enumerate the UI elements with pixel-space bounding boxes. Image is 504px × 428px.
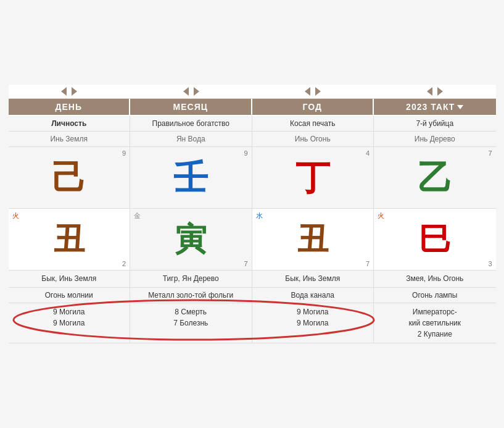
- header-month: МЕСЯЦ: [130, 99, 252, 115]
- stars-row: 9 Могила 9 Могила 8 Смерть 7 Болезнь 9 М…: [9, 303, 496, 343]
- personality-row: Личность Правильное богатство Косая печа…: [9, 116, 496, 132]
- day-prev-arrow[interactable]: [61, 87, 67, 96]
- stem-takt-num: 7: [488, 149, 492, 157]
- stars-takt: Императорс- кий светильник 2 Купание: [374, 303, 496, 343]
- nav-col-month[interactable]: [130, 87, 252, 96]
- branch-year-char: 丑: [297, 218, 329, 261]
- branch-takt-char: 巳: [419, 218, 451, 261]
- stars-month-l2: 7 Болезнь: [173, 319, 208, 327]
- branch-takt-icon: 火: [378, 211, 384, 220]
- branch-day-char: 丑: [53, 218, 85, 261]
- stem-year-num: 4: [366, 149, 370, 157]
- element-desc-row: Огонь молнии Металл золо-той фольги Вода…: [9, 288, 496, 303]
- animal-day: Бык, Инь Земля: [9, 271, 131, 287]
- personality-year: Косая печать: [252, 116, 374, 131]
- branches-row: 火 丑 2 金 寅 7 水 丑 7 火 巳 3: [9, 209, 496, 271]
- year-next-arrow[interactable]: [315, 87, 321, 96]
- stars-year-l1: 9 Могила: [297, 308, 329, 316]
- branch-year-icon: 水: [256, 211, 263, 220]
- header-day: ДЕНЬ: [9, 99, 131, 115]
- month-prev-arrow[interactable]: [183, 87, 189, 96]
- stars-takt-l2: кий светильник: [408, 319, 461, 327]
- elem-desc-year: Вода канала: [252, 288, 374, 303]
- branch-day-icon: 火: [12, 211, 19, 220]
- branch-takt-cell[interactable]: 火 巳 3: [374, 209, 496, 270]
- stems-row: 9 己 9 壬 4 丁 7 乙: [9, 147, 496, 209]
- stem-takt-cell[interactable]: 7 乙: [374, 147, 496, 208]
- branch-year-cell[interactable]: 水 丑 7: [252, 209, 374, 270]
- header-row: ДЕНЬ МЕСЯЦ ГОД 2023 ТАКТ: [9, 99, 496, 116]
- nav-col-takt[interactable]: [374, 87, 496, 96]
- month-next-arrow[interactable]: [194, 87, 199, 96]
- day-next-arrow[interactable]: [72, 87, 77, 96]
- stars-year-l2: 9 Могила: [297, 319, 329, 327]
- branch-month-num: 7: [244, 260, 247, 267]
- header-takt[interactable]: 2023 ТАКТ: [374, 99, 496, 115]
- takt-dropdown-icon[interactable]: [457, 105, 463, 109]
- branch-month-cell[interactable]: 金 寅 7: [130, 209, 252, 270]
- stem-year-char: 丁: [295, 161, 330, 195]
- branch-day-cell[interactable]: 火 丑 2: [9, 209, 131, 270]
- stars-month: 8 Смерть 7 Болезнь: [130, 303, 252, 343]
- element-month: Ян Вода: [130, 132, 252, 146]
- stem-takt-char: 乙: [418, 161, 452, 195]
- nav-col-day[interactable]: [9, 87, 131, 96]
- animal-takt: Змея, Инь Огонь: [374, 271, 496, 287]
- animals-row: Бык, Инь Земля Тигр, Ян Дерево Бык, Инь …: [9, 271, 496, 288]
- year-prev-arrow[interactable]: [305, 87, 310, 96]
- header-year: ГОД: [252, 99, 374, 115]
- animal-year: Бык, Инь Земля: [252, 271, 374, 287]
- stars-day-l2: 9 Могила: [53, 319, 85, 327]
- stem-month-cell[interactable]: 9 壬: [130, 147, 252, 208]
- takt-next-arrow[interactable]: [437, 87, 443, 96]
- element-year: Инь Огонь: [252, 132, 374, 146]
- stem-day-num: 9: [122, 149, 126, 157]
- branch-month-icon: 金: [134, 211, 141, 220]
- branch-takt-num: 3: [488, 260, 492, 267]
- nav-row: [9, 85, 496, 99]
- elem-desc-month: Металл золо-той фольги: [130, 288, 252, 303]
- elem-desc-day: Огонь молнии: [9, 288, 131, 303]
- stars-year: 9 Могила 9 Могила: [252, 303, 374, 343]
- personality-day: Личность: [9, 116, 131, 131]
- takt-label: 2023 ТАКТ: [406, 102, 455, 112]
- element-takt: Инь Дерево: [374, 132, 496, 146]
- stem-month-char: 壬: [173, 161, 208, 195]
- stem-year-cell[interactable]: 4 丁: [252, 147, 374, 208]
- nav-col-year[interactable]: [252, 87, 374, 96]
- animal-month: Тигр, Ян Дерево: [130, 271, 252, 287]
- main-container: ДЕНЬ МЕСЯЦ ГОД 2023 ТАКТ Личность Правил…: [9, 85, 496, 343]
- stars-month-l1: 8 Смерть: [175, 308, 207, 316]
- branch-day-num: 2: [122, 260, 126, 267]
- elem-desc-takt: Огонь лампы: [374, 288, 496, 303]
- branch-month-char: 寅: [175, 218, 207, 261]
- stem-day-cell[interactable]: 9 己: [9, 147, 131, 208]
- stars-takt-l3: 2 Купание: [418, 330, 452, 338]
- stars-day-l1: 9 Могила: [53, 308, 85, 316]
- takt-prev-arrow[interactable]: [427, 87, 432, 96]
- element-row: Инь Земля Ян Вода Инь Огонь Инь Дерево: [9, 132, 496, 147]
- stem-month-num: 9: [244, 149, 247, 157]
- element-day: Инь Земля: [9, 132, 131, 146]
- stem-day-char: 己: [52, 161, 86, 195]
- personality-month: Правильное богатство: [130, 116, 252, 131]
- branch-year-num: 7: [366, 260, 370, 267]
- stars-takt-l1: Императорс-: [413, 308, 457, 316]
- stars-day: 9 Могила 9 Могила: [9, 303, 131, 343]
- personality-takt: 7-й убийца: [374, 116, 496, 131]
